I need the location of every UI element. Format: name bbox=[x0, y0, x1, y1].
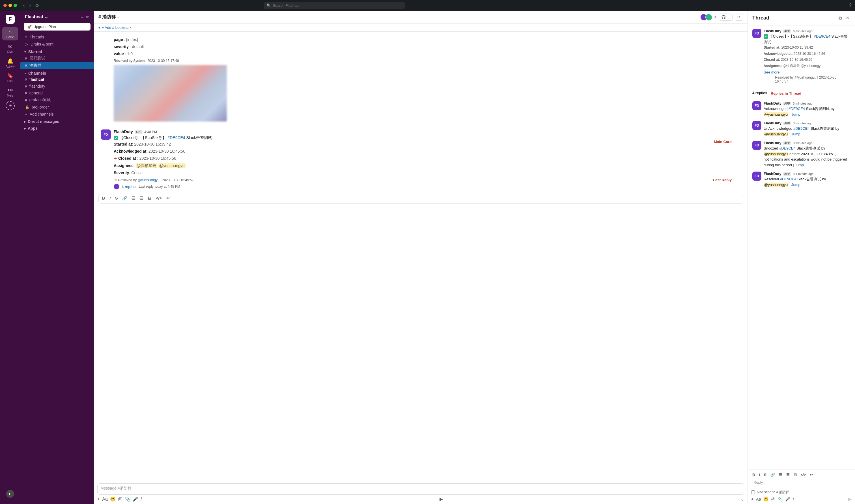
thread-ol-button[interactable]: ☰ bbox=[778, 472, 783, 478]
app-badge: APP bbox=[135, 130, 143, 134]
thread-add-button[interactable]: + bbox=[751, 497, 754, 502]
send-options-button[interactable]: ⌄ bbox=[740, 497, 744, 502]
thread-strike-button[interactable]: S bbox=[763, 472, 768, 478]
app-body: F ⌂ Home ✉ DMs 🔔 Activity 🔖 Later ••• Mo… bbox=[0, 11, 855, 504]
thread-ul-button[interactable]: ☰ bbox=[785, 472, 791, 478]
sidebar-item-general[interactable]: # general bbox=[20, 90, 94, 96]
compose-button[interactable]: ✏ bbox=[86, 14, 89, 19]
sidebar-item-flashcat[interactable]: # flashcat bbox=[20, 76, 94, 83]
bold-button[interactable]: B bbox=[101, 195, 106, 201]
sidebar-item-proj-order[interactable]: 🔒 proj-order bbox=[20, 104, 94, 110]
message-input[interactable]: Message #消防群 bbox=[97, 483, 744, 495]
reply4-alert-id[interactable]: #DE9CE4 bbox=[780, 177, 797, 181]
filter-button[interactable]: ≡ bbox=[81, 14, 84, 19]
link-button[interactable]: 🔗 bbox=[121, 195, 128, 201]
sidebar-item-xiaofangqun[interactable]: # 消防群 bbox=[20, 62, 94, 69]
reply-count[interactable]: 4 replies bbox=[122, 184, 137, 189]
italic-button[interactable]: I bbox=[108, 195, 112, 201]
rail-item-activity[interactable]: 🔔 Activity bbox=[2, 56, 18, 70]
slash-button[interactable]: / bbox=[141, 497, 142, 502]
huddle-button[interactable]: 🎧 ⌄ bbox=[719, 14, 733, 21]
thread-bold-button[interactable]: B bbox=[751, 472, 756, 478]
rail-item-home[interactable]: ⌂ Home bbox=[2, 27, 18, 40]
see-more-link[interactable]: See more bbox=[764, 70, 780, 74]
thread-code-button[interactable]: </> bbox=[800, 472, 807, 478]
thread-attach-button[interactable]: 📎 bbox=[778, 497, 783, 502]
thread-italic-button[interactable]: I bbox=[758, 472, 761, 478]
text-format-button[interactable]: Aa bbox=[102, 497, 108, 502]
reply1-alert-id[interactable]: #DE9CE4 bbox=[788, 107, 805, 111]
thread-reply-input[interactable]: Reply... bbox=[751, 479, 852, 489]
workspace-name[interactable]: Flashcat ⌄ bbox=[25, 14, 48, 19]
thread-link-button[interactable]: 🔗 bbox=[769, 472, 776, 478]
sidebar-item-huigui[interactable]: # 回归测试 bbox=[20, 55, 94, 62]
search-input[interactable] bbox=[273, 3, 402, 7]
hash-icon: # bbox=[25, 84, 27, 89]
sidebar-item-threads[interactable]: ≡ Threads bbox=[20, 33, 94, 40]
sidebar-item-flashduty[interactable]: # flashduty bbox=[20, 83, 94, 90]
audio-button[interactable]: 🎤 bbox=[133, 497, 138, 502]
sidebar-item-drafts-sent[interactable]: ▷ Drafts & sent bbox=[20, 40, 94, 48]
chevron-down-icon: ⌄ bbox=[45, 14, 48, 19]
reply4-text: Resolved #DE9CE4 Slack告警测试 by @yushuangy… bbox=[764, 176, 851, 187]
thread-mention-button[interactable]: @ bbox=[771, 497, 775, 502]
sidebar-item-grafana[interactable]: # grafana测试 bbox=[20, 96, 94, 104]
strikethrough-button[interactable]: S bbox=[114, 195, 119, 201]
thread-alert-id[interactable]: #DE9CE4 bbox=[814, 34, 831, 38]
add-bookmark-button[interactable]: + + Add a bookmark bbox=[99, 25, 132, 30]
blockquote-button[interactable]: ⊟ bbox=[147, 195, 153, 201]
attach-button[interactable]: 📎 bbox=[125, 497, 130, 502]
add-channels-button[interactable]: + Add channels bbox=[20, 110, 94, 118]
close-button[interactable] bbox=[3, 4, 7, 7]
also-send-checkbox[interactable] bbox=[751, 490, 755, 494]
send-button[interactable]: ▶ bbox=[439, 497, 443, 502]
minimize-button[interactable] bbox=[8, 4, 12, 7]
close-thread-button[interactable]: ✕ bbox=[844, 14, 851, 22]
channel-name[interactable]: # 消防群 ⌄ bbox=[99, 14, 120, 20]
reply3-alert-id[interactable]: #DE9CE4 bbox=[779, 146, 796, 150]
thread-messages[interactable]: FD FlashDuty APP 6 minutes ago ✔ 【Closed… bbox=[748, 25, 855, 469]
unordered-list-button[interactable]: ☰ bbox=[139, 195, 144, 201]
ordered-list-button[interactable]: ☰ bbox=[130, 195, 136, 201]
reply2-alert-id[interactable]: #DE9CE4 bbox=[793, 126, 810, 131]
search-bar[interactable]: 🔍 bbox=[264, 2, 405, 9]
workspace-switcher[interactable]: F bbox=[2, 13, 18, 26]
starred-section-header[interactable]: ▼ Starred bbox=[20, 48, 94, 55]
rail-item-more[interactable]: ••• More bbox=[2, 86, 18, 99]
messages-area[interactable]: page : [index] severity : default value … bbox=[94, 32, 748, 481]
back-button[interactable]: ‹ bbox=[21, 2, 26, 9]
direct-messages-section-header[interactable]: ▶ Direct messages bbox=[20, 118, 94, 124]
add-workspace-button[interactable]: + bbox=[6, 101, 15, 110]
history-button[interactable]: ⟳ bbox=[34, 2, 41, 9]
icon-rail: F ⌂ Home ✉ DMs 🔔 Activity 🔖 Later ••• Mo… bbox=[0, 11, 20, 504]
thread-slash-button[interactable]: / bbox=[793, 497, 794, 502]
alert-id-link[interactable]: #DE9CE4 bbox=[168, 136, 185, 140]
upgrade-plan-button[interactable]: 🚀 Upgrade Plan bbox=[24, 23, 90, 31]
reply2-jump[interactable]: | Jump bbox=[789, 132, 800, 136]
channels-section-header[interactable]: ▼ Channels bbox=[20, 69, 94, 76]
refresh-button[interactable]: ⟳ bbox=[735, 14, 743, 21]
thread-emoji-button[interactable]: 😊 bbox=[763, 497, 769, 502]
code-button[interactable]: </> bbox=[155, 195, 163, 201]
add-button[interactable]: + bbox=[97, 497, 100, 502]
sidebar-item-proj-order-label: proj-order bbox=[32, 105, 49, 109]
undo-button[interactable]: ↩ bbox=[165, 195, 171, 201]
rail-item-later[interactable]: 🔖 Later bbox=[2, 71, 18, 85]
reply4-jump[interactable]: Jump bbox=[791, 183, 800, 187]
help-button[interactable]: ? bbox=[849, 3, 852, 8]
user-profile-button[interactable]: F bbox=[2, 488, 18, 500]
mention-button[interactable]: @ bbox=[118, 497, 122, 502]
open-in-new-button[interactable]: ⧉ bbox=[837, 14, 843, 22]
emoji-button[interactable]: 😊 bbox=[110, 497, 116, 502]
thread-text-format-button[interactable]: Aa bbox=[756, 497, 761, 502]
rail-item-dms[interactable]: ✉ DMs bbox=[2, 41, 18, 55]
maximize-button[interactable] bbox=[14, 4, 17, 7]
thread-undo-button[interactable]: ↩ bbox=[809, 472, 814, 478]
reply1-jump[interactable]: | Jump bbox=[789, 112, 800, 116]
thread-send-button[interactable]: ▶ bbox=[848, 497, 852, 502]
forward-button[interactable]: › bbox=[28, 2, 32, 9]
thread-blockquote-button[interactable]: ⊟ bbox=[792, 472, 798, 478]
reply3-jump[interactable]: Jump bbox=[795, 163, 804, 167]
apps-section-header[interactable]: ▶ Apps bbox=[20, 124, 94, 131]
thread-audio-button[interactable]: 🎤 bbox=[785, 497, 790, 502]
